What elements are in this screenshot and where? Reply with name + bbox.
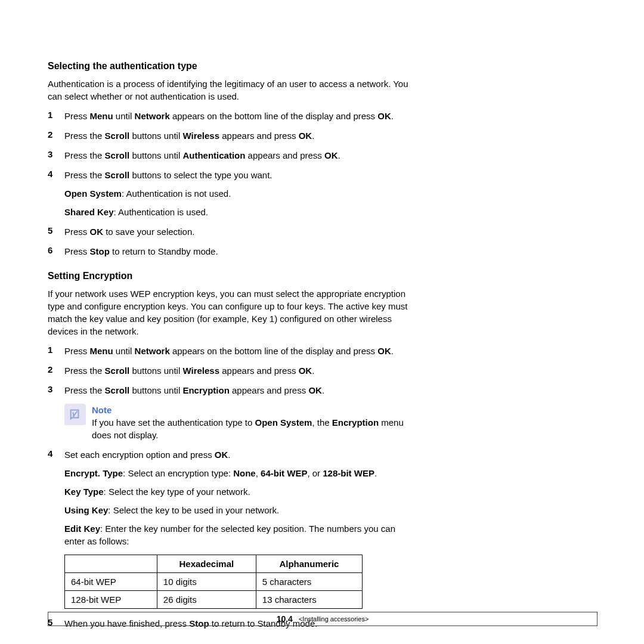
step-auth-1: 1 Press Menu until Network appears on th… bbox=[48, 110, 417, 122]
step-enc-2: 2 Press the Scroll buttons until Wireles… bbox=[48, 364, 417, 377]
table-row: 64-bit WEP 10 digits 5 characters bbox=[65, 573, 363, 591]
step-number: 3 bbox=[48, 384, 64, 397]
option-using-key: Using Key: Select the key to be used in … bbox=[64, 504, 417, 516]
table-cell: 13 characters bbox=[256, 591, 362, 609]
section-heading-encryption: Setting Encryption bbox=[48, 271, 417, 281]
step-number: 1 bbox=[48, 110, 64, 122]
step-text: Press the Scroll buttons until Wireless … bbox=[64, 364, 417, 377]
table-cell: 26 digits bbox=[157, 591, 256, 609]
step-enc-3: 3 Press the Scroll buttons until Encrypt… bbox=[48, 384, 417, 397]
note-icon bbox=[64, 404, 86, 425]
table-header-hex: Hexadecimal bbox=[157, 555, 256, 573]
page-content: Selecting the authentication type Authen… bbox=[0, 0, 417, 630]
note-text: Note If you have set the authentication … bbox=[92, 404, 417, 441]
step-number: 3 bbox=[48, 149, 64, 162]
section-intro-encryption: If your network uses WEP encryption keys… bbox=[48, 287, 417, 338]
step-text: Press Menu until Network appears on the … bbox=[64, 345, 417, 357]
step-number: 2 bbox=[48, 129, 64, 142]
step-number: 4 bbox=[48, 169, 64, 218]
table-header-alpha: Alphanumeric bbox=[256, 555, 362, 573]
note-block: Note If you have set the authentication … bbox=[64, 404, 417, 441]
section-heading-auth: Selecting the authentication type bbox=[48, 61, 417, 72]
table-header-blank bbox=[65, 555, 157, 573]
footer-crumb: <Installing accessories> bbox=[299, 615, 369, 623]
note-label: Note bbox=[92, 405, 112, 415]
steps-auth: 1 Press Menu until Network appears on th… bbox=[48, 110, 417, 258]
option-open-system: Open System: Authentication is not used. bbox=[64, 187, 417, 200]
step-auth-6: 6 Press Stop to return to Standby mode. bbox=[48, 245, 417, 258]
step-text: Press Menu until Network appears on the … bbox=[64, 110, 417, 122]
table-cell: 128-bit WEP bbox=[65, 591, 157, 609]
step-auth-3: 3 Press the Scroll buttons until Authent… bbox=[48, 149, 417, 162]
section-intro-auth: Authentication is a process of identifyi… bbox=[48, 78, 417, 103]
step-text: Press the Scroll buttons to select the t… bbox=[64, 169, 417, 218]
steps-encryption-cont: 4 Set each encryption option and press O… bbox=[48, 448, 417, 547]
option-encrypt-type: Encrypt. Type: Select an encryption type… bbox=[64, 467, 417, 479]
table-cell: 10 digits bbox=[157, 573, 256, 591]
step-text: Press the Scroll buttons until Wireless … bbox=[64, 129, 417, 142]
option-key-type: Key Type: Select the key type of your ne… bbox=[64, 485, 417, 498]
step-number: 6 bbox=[48, 245, 64, 258]
wep-key-table: Hexadecimal Alphanumeric 64-bit WEP 10 d… bbox=[64, 555, 363, 609]
page-footer: 10.4 <Installing accessories> bbox=[48, 612, 597, 626]
step-number: 5 bbox=[48, 225, 64, 238]
step-text: Set each encryption option and press OK.… bbox=[64, 448, 417, 547]
step-number: 4 bbox=[48, 448, 64, 547]
step-number: 1 bbox=[48, 345, 64, 357]
step-text: Press Stop to return to Standby mode. bbox=[64, 245, 417, 258]
step-text: Press the Scroll buttons until Encryptio… bbox=[64, 384, 417, 397]
steps-encryption: 1 Press Menu until Network appears on th… bbox=[48, 345, 417, 397]
step-number: 2 bbox=[48, 364, 64, 377]
step-enc-1: 1 Press Menu until Network appears on th… bbox=[48, 345, 417, 357]
option-edit-key: Edit Key: Enter the key number for the s… bbox=[64, 522, 417, 547]
step-enc-4: 4 Set each encryption option and press O… bbox=[48, 448, 417, 547]
step-text: Press OK to save your selection. bbox=[64, 225, 417, 238]
table-cell: 64-bit WEP bbox=[65, 573, 157, 591]
table-row: 128-bit WEP 26 digits 13 characters bbox=[65, 591, 363, 609]
page-number: 10.4 bbox=[277, 614, 293, 624]
option-shared-key: Shared Key: Authentication is used. bbox=[64, 206, 417, 218]
table-cell: 5 characters bbox=[256, 573, 362, 591]
table-header-row: Hexadecimal Alphanumeric bbox=[65, 555, 363, 573]
step-auth-5: 5 Press OK to save your selection. bbox=[48, 225, 417, 238]
step-text: Press the Scroll buttons until Authentic… bbox=[64, 149, 417, 162]
step-auth-2: 2 Press the Scroll buttons until Wireles… bbox=[48, 129, 417, 142]
step-auth-4: 4 Press the Scroll buttons to select the… bbox=[48, 169, 417, 218]
